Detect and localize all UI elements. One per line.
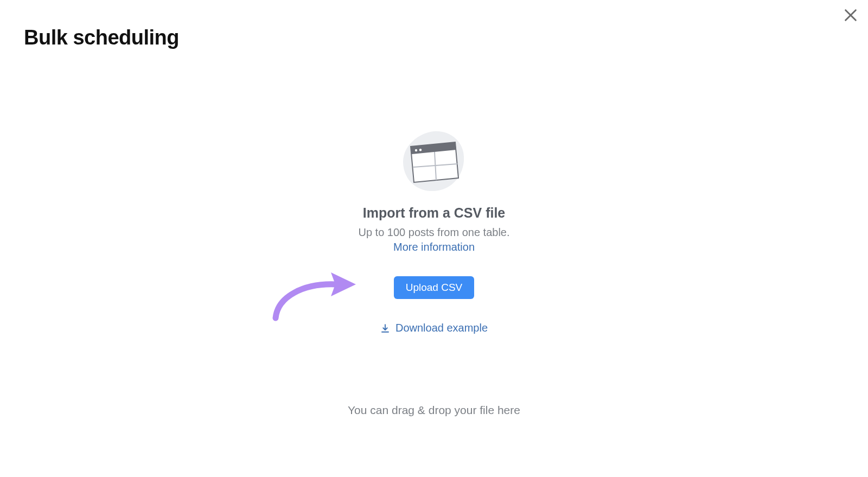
page-title: Bulk scheduling [24, 26, 179, 49]
download-example-link[interactable]: Download example [380, 322, 488, 334]
spreadsheet-illustration-icon [399, 129, 469, 194]
import-heading: Import from a CSV file [363, 205, 506, 221]
download-example-label: Download example [395, 322, 488, 334]
svg-point-4 [415, 149, 417, 151]
more-information-link[interactable]: More information [393, 241, 475, 253]
drag-drop-hint: You can drag & drop your file here [0, 404, 868, 417]
close-icon [843, 8, 858, 23]
close-button[interactable] [843, 8, 858, 23]
import-panel: Import from a CSV file Up to 100 posts f… [0, 129, 868, 334]
svg-point-5 [419, 149, 422, 151]
upload-csv-button[interactable]: Upload CSV [394, 276, 475, 299]
import-subtext: Up to 100 posts from one table. [358, 226, 509, 239]
download-icon [380, 323, 390, 333]
